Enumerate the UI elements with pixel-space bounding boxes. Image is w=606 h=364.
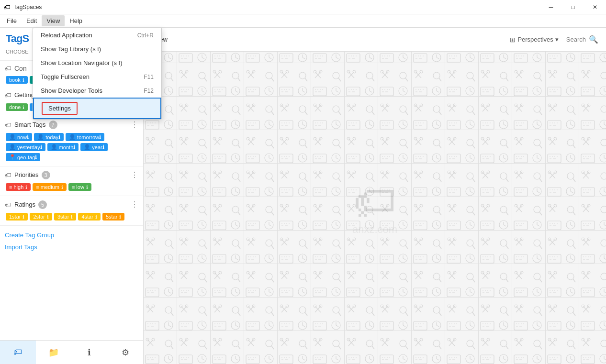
toggle-fullscreen-shortcut: F11	[144, 74, 154, 80]
main-content: New ⊞ Perspectives ▾ Search 🔍	[144, 28, 606, 364]
menubar: File Edit View Help	[0, 14, 606, 28]
perspectives-label: Perspectives	[517, 36, 553, 43]
tag-month[interactable]: 👤month ℹ	[47, 143, 79, 151]
tag-5star[interactable]: 5star ℹ	[102, 213, 124, 221]
con-label: Con	[14, 65, 27, 72]
priorities-label: Priorities	[14, 171, 39, 178]
smart-title: 🏷 Smart Tags 7	[5, 121, 57, 129]
smart-count: 7	[49, 121, 57, 129]
files-nav-btn[interactable]: 📁	[36, 341, 72, 364]
sidebar-bottom-bar: 🏷 📁 ℹ ⚙	[0, 340, 143, 364]
tag-book[interactable]: book ℹ	[6, 76, 28, 84]
smart-label: Smart Tags	[14, 121, 46, 128]
view-dropdown-menu: Reload Application Ctrl+R Show Tag Libra…	[33, 28, 162, 120]
menu-edit[interactable]: Edit	[22, 15, 42, 26]
tag-geo-tag[interactable]: 📍geo-tag ℹ	[6, 153, 40, 161]
priorities-title: 🏷 Priorities 3	[5, 171, 50, 179]
tag-icon-gtd: 🏷	[5, 91, 11, 99]
smart-menu-icon[interactable]: ⋮	[131, 120, 138, 129]
show-tag-library-label: Show Tag Library (s t)	[41, 45, 101, 53]
tag-low[interactable]: ≡ low ℹ	[68, 183, 91, 191]
menu-view[interactable]: View	[42, 15, 65, 26]
info-nav-btn[interactable]: ℹ	[72, 341, 108, 364]
priorities-count: 3	[42, 171, 50, 179]
tag-icon-ratings: 🏷	[5, 201, 11, 209]
ratings-menu-icon[interactable]: ⋮	[131, 200, 138, 209]
tag-icon-smart: 🏷	[5, 121, 11, 129]
menu-help[interactable]: Help	[65, 15, 87, 26]
app-icon: 🏷	[4, 3, 11, 11]
ratings-label: Ratings	[14, 201, 35, 208]
tag-group-smart: 🏷 Smart Tags 7 ⋮ 👤now ℹ 👤today ℹ 👤tomorr…	[0, 116, 143, 166]
tag-done[interactable]: done ℹ	[6, 103, 28, 111]
maximize-button[interactable]: □	[562, 0, 584, 14]
menu-settings[interactable]: Settings	[33, 98, 161, 119]
main-toolbar: New ⊞ Perspectives ▾ Search 🔍	[144, 28, 606, 52]
tags-nav-btn[interactable]: 🏷	[0, 341, 36, 364]
tag-group-ratings: 🏷 Ratings 5 ⋮ 1star ℹ 2star ℹ 3star ℹ 4s…	[0, 196, 143, 226]
menu-reload-application[interactable]: Reload Application Ctrl+R	[33, 28, 161, 42]
tag-3star[interactable]: 3star ℹ	[54, 213, 76, 221]
search-area[interactable]: Search 🔍	[566, 35, 598, 44]
reload-label: Reload Application	[41, 32, 92, 39]
tag-yesterday[interactable]: 👤yesterday ℹ	[6, 143, 45, 151]
pattern-bg: 🏷 anxz.com	[144, 52, 606, 364]
reload-shortcut: Ctrl+R	[137, 32, 154, 39]
close-button[interactable]: ✕	[584, 0, 606, 14]
smart-tags: 👤now ℹ 👤today ℹ 👤tomorrow ℹ 👤yesterday ℹ…	[5, 132, 138, 162]
settings-label: Settings	[42, 102, 78, 115]
toolbar-right: ⊞ Perspectives ▾ Search 🔍	[506, 34, 598, 45]
menu-file[interactable]: File	[2, 15, 22, 26]
tag-1star[interactable]: 1star ℹ	[6, 213, 28, 221]
titlebar-title: TagSpaces	[13, 4, 602, 11]
menu-show-location-navigator[interactable]: Show Location Navigator (s f)	[33, 56, 161, 70]
tag-medium[interactable]: ≡ medium ℹ	[33, 183, 67, 191]
tag-icon-priorities: 🏷	[5, 171, 11, 179]
minimize-button[interactable]: ─	[540, 0, 562, 14]
import-tags-link[interactable]: Import Tags	[5, 243, 138, 251]
show-location-navigator-label: Show Location Navigator (s f)	[41, 59, 123, 66]
priorities-header: 🏷 Priorities 3 ⋮	[5, 170, 138, 179]
priorities-tags: ≡ high ℹ ≡ medium ℹ ≡ low ℹ	[5, 182, 138, 192]
tag-now[interactable]: 👤now ℹ	[6, 133, 32, 141]
tag-icon-con: 🏷	[5, 65, 11, 72]
ratings-tags: 1star ℹ 2star ℹ 3star ℹ 4star ℹ 5star ℹ	[5, 212, 138, 221]
search-label: Search	[566, 36, 586, 43]
perspectives-button[interactable]: ⊞ Perspectives ▾	[506, 34, 562, 45]
tag-group-priorities: 🏷 Priorities 3 ⋮ ≡ high ℹ ≡ medium ℹ ≡ l…	[0, 166, 143, 196]
app-logo: TagS	[6, 33, 29, 45]
menu-show-developer-tools[interactable]: Show Developer Tools F12	[33, 84, 161, 98]
toggle-fullscreen-label: Toggle Fullscreen	[41, 73, 90, 80]
tag-tomorrow[interactable]: 👤tomorrow ℹ	[66, 133, 104, 141]
ratings-title: 🏷 Ratings 5	[5, 200, 47, 209]
tag-4star[interactable]: 4star ℹ	[78, 213, 100, 221]
create-tag-group-link[interactable]: Create Tag Group	[5, 232, 138, 239]
tag-high[interactable]: ≡ high ℹ	[6, 183, 31, 191]
show-developer-tools-label: Show Developer Tools	[41, 87, 102, 94]
titlebar-controls: ─ □ ✕	[540, 0, 606, 14]
pattern-area: 🏷 anxz.com	[144, 52, 606, 364]
titlebar: 🏷 TagSpaces ─ □ ✕	[0, 0, 606, 14]
perspectives-grid-icon: ⊞	[510, 36, 516, 44]
sidebar-actions: Create Tag Group Import Tags	[0, 226, 143, 261]
smart-header: 🏷 Smart Tags 7 ⋮	[5, 120, 138, 129]
perspectives-chevron-icon: ▾	[555, 36, 559, 43]
settings-nav-btn[interactable]: ⚙	[107, 341, 143, 364]
tag-today[interactable]: 👤today ℹ	[34, 133, 64, 141]
icon-pattern-svg	[144, 52, 606, 364]
tag-year[interactable]: 👤year ℹ	[80, 143, 107, 151]
ratings-count: 5	[38, 200, 47, 209]
svg-rect-16	[144, 52, 606, 364]
show-developer-tools-shortcut: F12	[144, 88, 154, 94]
priorities-menu-icon[interactable]: ⋮	[131, 170, 138, 179]
menu-toggle-fullscreen[interactable]: Toggle Fullscreen F11	[33, 70, 161, 84]
tag-2star[interactable]: 2star ℹ	[30, 213, 52, 221]
ratings-header: 🏷 Ratings 5 ⋮	[5, 200, 138, 209]
menu-show-tag-library[interactable]: Show Tag Library (s t)	[33, 42, 161, 56]
search-icon: 🔍	[589, 35, 598, 44]
